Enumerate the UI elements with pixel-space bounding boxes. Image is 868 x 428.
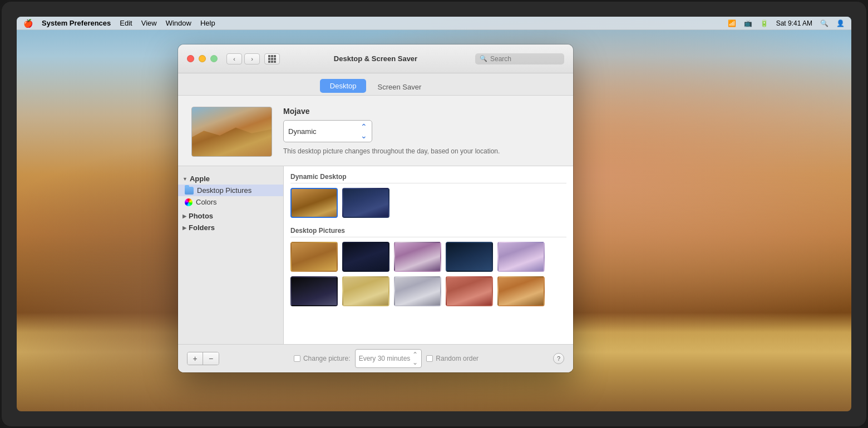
- nav-buttons: ‹ ›: [226, 53, 260, 64]
- search-icon[interactable]: 🔍: [820, 19, 828, 27]
- main-content: ▼ Apple Desktop Pictures Colors: [178, 166, 573, 344]
- add-remove-buttons: + −: [187, 352, 219, 365]
- airplay-icon: 📺: [744, 19, 752, 27]
- maximize-button[interactable]: [210, 55, 218, 62]
- traffic-lights: [187, 55, 218, 62]
- thumb-2[interactable]: [342, 242, 389, 272]
- search-input[interactable]: [490, 55, 560, 63]
- user-icon[interactable]: 👤: [836, 19, 845, 27]
- tab-desktop[interactable]: Desktop: [320, 79, 367, 93]
- random-order-label: Random order: [436, 355, 479, 362]
- app-name-menu[interactable]: System Preferences: [42, 19, 111, 27]
- dropdown-row: Dynamic ⌃⌄: [283, 120, 560, 142]
- wallpaper-name: Mojave: [283, 107, 560, 116]
- sidebar-group-label-photos: Photos: [189, 212, 213, 220]
- preview-dunes: [192, 125, 272, 156]
- thumb-8[interactable]: [394, 276, 441, 306]
- thumb-mojave-day[interactable]: [290, 188, 338, 218]
- sidebar-item-colors[interactable]: Colors: [178, 196, 283, 208]
- thumb-4[interactable]: [446, 242, 493, 272]
- sidebar-apple-section: ▼ Apple Desktop Pictures Colors: [178, 171, 283, 210]
- window-title: Desktop & Screen Saver: [334, 54, 417, 63]
- thumb-1[interactable]: [290, 242, 338, 272]
- dropdown-value: Dynamic: [288, 127, 317, 136]
- preferences-window: ‹ › Desktop & Screen Saver 🔍 Desktop Scr…: [178, 44, 573, 372]
- help-button[interactable]: ?: [553, 353, 564, 364]
- sidebar-group-apple[interactable]: ▼ Apple: [178, 173, 283, 185]
- remove-button[interactable]: −: [203, 352, 219, 365]
- thumb-7[interactable]: [342, 276, 389, 306]
- thumb-3[interactable]: [394, 242, 441, 272]
- grid-view-button[interactable]: [264, 53, 280, 64]
- sidebar-group-label-folders: Folders: [189, 223, 215, 232]
- change-picture-checkbox[interactable]: [294, 355, 300, 362]
- sidebar-group-folders[interactable]: ▶ Folders: [178, 222, 283, 233]
- back-button[interactable]: ‹: [226, 53, 242, 64]
- change-picture-label: Change picture:: [303, 355, 351, 362]
- screen-area: 🍎 System Preferences Edit View Window He…: [17, 17, 851, 411]
- interval-dropdown-arrow: ⌃⌄: [412, 351, 418, 366]
- triangle-icon-folders: ▶: [183, 225, 186, 231]
- forward-button[interactable]: ›: [244, 53, 260, 64]
- section-title-desktop-pictures: Desktop Pictures: [290, 227, 566, 237]
- random-order-checkbox-label[interactable]: Random order: [426, 355, 479, 362]
- close-button[interactable]: [187, 55, 194, 62]
- image-grid-area: Dynamic Desktop Desktop Pictures: [284, 166, 573, 344]
- menu-bar-right: 📶 📺 🔋 Sat 9:41 AM 🔍 👤: [728, 19, 845, 27]
- title-bar: ‹ › Desktop & Screen Saver 🔍: [178, 44, 573, 73]
- triangle-icon: ▼: [183, 176, 188, 182]
- change-picture-checkbox-label[interactable]: Change picture:: [294, 355, 351, 362]
- add-button[interactable]: +: [188, 352, 203, 365]
- sidebar: ▼ Apple Desktop Pictures Colors: [178, 166, 284, 344]
- view-menu[interactable]: View: [141, 19, 157, 27]
- interval-dropdown[interactable]: Every 30 minutes ⌃⌄: [355, 349, 422, 368]
- sidebar-item-label-colors: Colors: [196, 198, 217, 206]
- edit-menu[interactable]: Edit: [120, 19, 132, 27]
- clock: Sat 9:41 AM: [776, 19, 812, 27]
- window-menu[interactable]: Window: [166, 19, 191, 27]
- thumb-9[interactable]: [446, 276, 493, 306]
- wifi-icon: 📶: [728, 19, 736, 27]
- sidebar-group-label-apple: Apple: [190, 175, 210, 183]
- bottom-bar: + − Change picture: Every 30 minutes ⌃⌄: [178, 344, 573, 372]
- tab-bar: Desktop Screen Saver: [178, 73, 573, 96]
- menu-bar: 🍎 System Preferences Edit View Window He…: [17, 17, 851, 30]
- preview-info: Mojave Dynamic ⌃⌄ This desktop picture c…: [283, 107, 560, 156]
- desktop-pictures-grid: [290, 242, 566, 306]
- random-order-checkbox[interactable]: [426, 355, 433, 362]
- change-picture-row: Change picture: Every 30 minutes ⌃⌄: [294, 349, 422, 368]
- preview-section: Mojave Dynamic ⌃⌄ This desktop picture c…: [178, 96, 573, 166]
- search-icon-small: 🔍: [480, 55, 487, 62]
- sidebar-item-desktop-pictures[interactable]: Desktop Pictures: [178, 185, 283, 196]
- dropdown-arrow-icon: ⌃⌄: [361, 122, 367, 140]
- help-menu[interactable]: Help: [200, 19, 215, 27]
- wallpaper-description: This desktop picture changes throughout …: [283, 147, 560, 156]
- section-title-dynamic: Dynamic Desktop: [290, 173, 566, 183]
- minimize-button[interactable]: [199, 55, 206, 62]
- content-area: Mojave Dynamic ⌃⌄ This desktop picture c…: [178, 96, 573, 372]
- apple-menu[interactable]: 🍎: [23, 19, 33, 28]
- thumb-5[interactable]: [497, 242, 545, 272]
- battery-icon: 🔋: [760, 19, 768, 27]
- tab-screensaver[interactable]: Screen Saver: [367, 79, 431, 95]
- menu-bar-left: 🍎 System Preferences Edit View Window He…: [23, 19, 215, 28]
- search-box[interactable]: 🔍: [475, 53, 564, 64]
- sidebar-item-label-desktop-pictures: Desktop Pictures: [197, 186, 251, 195]
- wallpaper-preview-thumbnail: [191, 107, 272, 157]
- folder-icon: [185, 187, 194, 195]
- grid-icon: [268, 55, 276, 63]
- style-dropdown[interactable]: Dynamic ⌃⌄: [283, 120, 372, 142]
- thumb-10[interactable]: [497, 276, 545, 306]
- thumb-mojave-night[interactable]: [342, 188, 389, 218]
- colors-icon: [185, 198, 193, 206]
- triangle-icon-photos: ▶: [183, 213, 186, 219]
- sidebar-group-photos[interactable]: ▶ Photos: [178, 210, 283, 222]
- thumb-6[interactable]: [290, 276, 338, 306]
- dynamic-desktop-grid: [290, 188, 566, 218]
- interval-value: Every 30 minutes: [359, 355, 411, 362]
